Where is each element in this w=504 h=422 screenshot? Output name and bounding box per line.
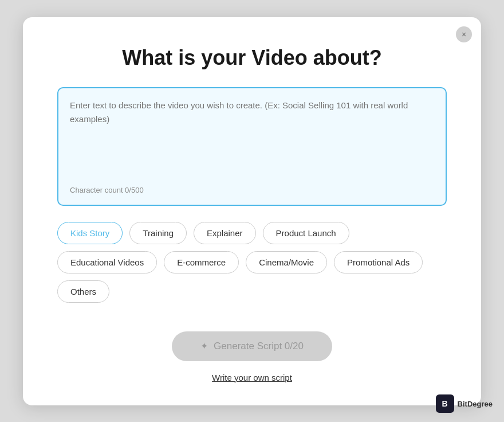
category-tag-kids-story[interactable]: Kids Story — [57, 222, 123, 244]
bitdegree-name: BitDegree — [458, 400, 493, 408]
bitdegree-branding: B BitDegree — [436, 394, 493, 413]
category-tag-explainer[interactable]: Explainer — [194, 222, 256, 244]
sparkle-icon: ✦ — [200, 341, 208, 351]
video-description-input[interactable] — [70, 99, 434, 179]
category-tag-e-commerce[interactable]: E-commerce — [164, 251, 239, 273]
category-tag-promotional-ads[interactable]: Promotional Ads — [334, 251, 423, 273]
char-count-label: Character count 0/500 — [70, 186, 434, 194]
bitdegree-logo: B — [436, 394, 454, 413]
category-tag-educational-videos[interactable]: Educational Videos — [57, 251, 157, 273]
close-button[interactable]: × — [456, 26, 472, 42]
modal-title: What is your Video about? — [57, 46, 447, 70]
category-tags-container: Kids StoryTrainingExplainerProduct Launc… — [57, 222, 447, 303]
generate-button-label: Generate Script 0/20 — [214, 341, 304, 352]
category-tag-product-launch[interactable]: Product Launch — [263, 222, 349, 244]
modal-overlay: × What is your Video about? Character co… — [0, 0, 504, 422]
textarea-container: Character count 0/500 — [57, 87, 447, 206]
category-tag-others[interactable]: Others — [57, 280, 109, 303]
category-tag-cinema-movie[interactable]: Cinema/Movie — [246, 251, 327, 273]
generate-script-button[interactable]: ✦ Generate Script 0/20 — [172, 331, 332, 361]
write-own-script-link[interactable]: Write your own script — [212, 373, 292, 382]
category-tag-training[interactable]: Training — [129, 222, 187, 244]
modal-container: × What is your Video about? Character co… — [23, 17, 481, 405]
